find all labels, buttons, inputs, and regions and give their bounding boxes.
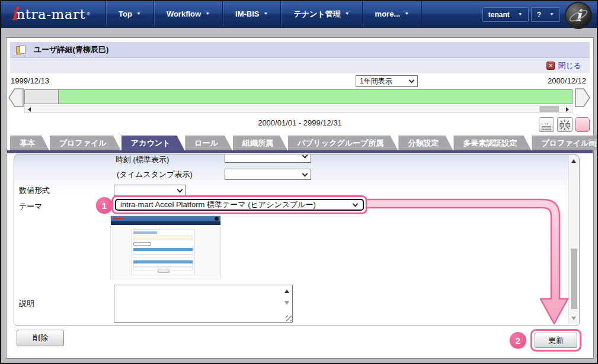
thumb-logo bbox=[113, 218, 123, 220]
arrows-lr-icon: ↔ bbox=[543, 120, 550, 125]
chevron-down-icon: ▼ bbox=[345, 12, 350, 16]
number-format-select[interactable] bbox=[114, 185, 186, 196]
thumb-form bbox=[131, 229, 195, 275]
account-form-panel: 時刻 (標準表示) (タイムスタンプ表示) 数値形式 テーマ 1 intra-m… bbox=[14, 154, 580, 326]
tab-account[interactable]: アカウント bbox=[121, 136, 185, 150]
collapse-range-button[interactable] bbox=[557, 117, 573, 132]
tab-role[interactable]: ロール bbox=[185, 136, 232, 150]
menu-item-tenant-admin[interactable]: テナント管理▼ bbox=[280, 1, 362, 27]
scroll-right-icon[interactable] bbox=[566, 107, 569, 112]
scroll-down-icon[interactable] bbox=[571, 317, 576, 320]
resize-grip-icon[interactable] bbox=[286, 315, 292, 321]
chevron-down-icon: ▼ bbox=[549, 12, 554, 17]
tenant-dropdown-button[interactable]: tenant▼ bbox=[482, 7, 529, 22]
close-bar: ✕ 閉じる bbox=[10, 58, 590, 73]
content-panel: ユーザ詳細(青柳辰巳) ✕ 閉じる 1999/12/13 1年間表示 2000/… bbox=[6, 37, 594, 359]
theme-select[interactable]: intra-mart Accel Platform 標準テーマ (ヒアシンスブル… bbox=[115, 199, 364, 211]
dropdown-chevron-icon bbox=[353, 201, 359, 207]
timeline-selected-range[interactable] bbox=[58, 90, 572, 104]
menu-item-workflow[interactable]: Workflow▼ bbox=[154, 1, 222, 27]
chevron-down-icon: ▼ bbox=[518, 12, 523, 17]
menu-item-top[interactable]: Top▼ bbox=[105, 1, 154, 27]
update-button-highlight: 更新 bbox=[530, 329, 581, 352]
fit-width-button[interactable]: ↔ bbox=[539, 117, 554, 132]
update-button[interactable]: 更新 bbox=[535, 333, 577, 348]
intra-mart-badge-icon: i bbox=[565, 2, 592, 29]
timestamp-label: (タイムスタンプ表示) bbox=[117, 169, 193, 180]
annotation-step2-badge: 2 bbox=[510, 332, 526, 349]
chevron-down-icon: ▼ bbox=[136, 12, 141, 16]
page-titlebar: ユーザ詳細(青柳辰巳) bbox=[10, 42, 590, 58]
dropdown-chevron-icon bbox=[302, 170, 308, 176]
description-label: 説明 bbox=[19, 298, 34, 309]
tab-basic[interactable]: 基本 bbox=[10, 136, 49, 150]
scroll-up-icon[interactable] bbox=[571, 159, 576, 163]
tab-underline bbox=[7, 150, 593, 153]
intra-mart-logo: intra-mart® bbox=[1, 1, 105, 27]
fit-bar-icon bbox=[542, 126, 551, 130]
thumb-button bbox=[158, 269, 170, 273]
annotation-step1-badge: 1 bbox=[96, 197, 113, 214]
thumb-badge bbox=[215, 217, 219, 221]
menu-item-im-bis[interactable]: IM-BIS▼ bbox=[222, 1, 280, 27]
timeline-prev-arrow[interactable] bbox=[8, 88, 24, 107]
dropdown-chevron-icon bbox=[302, 154, 308, 159]
range-period-select[interactable]: 1年間表示 bbox=[356, 75, 418, 87]
theme-label: テーマ bbox=[19, 201, 43, 212]
timeline-next-arrow[interactable] bbox=[575, 88, 590, 107]
scroll-up-icon[interactable] bbox=[284, 289, 289, 293]
tab-profile-image[interactable]: プロファイル画像 bbox=[532, 136, 598, 150]
chevron-down-icon: ▼ bbox=[264, 12, 268, 16]
dropdown-chevron-icon bbox=[409, 78, 415, 83]
highlight-period-button[interactable] bbox=[575, 117, 590, 132]
timeline-track bbox=[24, 89, 573, 104]
thumb-header bbox=[111, 216, 220, 221]
chevron-down-icon: ▼ bbox=[404, 12, 409, 16]
delete-button[interactable]: 削除 bbox=[17, 330, 64, 346]
theme-select-highlight: intra-mart Accel Platform 標準テーマ (ヒアシンスブル… bbox=[111, 195, 367, 214]
help-dropdown-button[interactable]: ?▼ bbox=[531, 7, 560, 22]
timeline-start-date: 1999/12/13 bbox=[11, 76, 49, 85]
timestamp-select[interactable] bbox=[225, 169, 311, 180]
tab-organization[interactable]: 組織所属 bbox=[233, 136, 287, 150]
tab-bar: 基本 プロファイル アカウント ロール 組織所属 パブリックグループ所属 分類設… bbox=[10, 136, 590, 150]
main-menu: Top▼ Workflow▼ IM-BIS▼ テナント管理▼ more...▼ bbox=[105, 1, 422, 27]
timeline-scrollbar bbox=[24, 105, 573, 113]
document-icon bbox=[16, 45, 26, 55]
dropdown-chevron-icon bbox=[177, 186, 183, 192]
tab-category-settings[interactable]: 分類設定 bbox=[398, 136, 453, 150]
tab-public-group[interactable]: パブリックグループ所属 bbox=[288, 136, 398, 150]
close-button[interactable]: ✕ 閉じる bbox=[546, 60, 581, 71]
navbar-right-cluster: tenant▼ ?▼ bbox=[482, 7, 560, 22]
time-standard-label: 時刻 (標準表示) bbox=[116, 154, 169, 165]
collapse-icon bbox=[559, 120, 570, 130]
page-title: ユーザ詳細(青柳辰巳) bbox=[34, 44, 108, 55]
thumb-subheader bbox=[111, 221, 220, 225]
close-x-icon: ✕ bbox=[546, 62, 555, 70]
chevron-down-icon: ▼ bbox=[205, 12, 210, 16]
scroll-down-icon[interactable] bbox=[284, 301, 289, 305]
theme-preview-thumbnail bbox=[111, 216, 220, 279]
tab-profile[interactable]: プロファイル bbox=[50, 136, 121, 150]
browser-window: intra-mart® Top▼ Workflow▼ IM-BIS▼ テナント管… bbox=[0, 0, 598, 364]
form-scroll-thumb[interactable] bbox=[571, 249, 577, 309]
tab-mfa-settings[interactable]: 多要素認証設定 bbox=[453, 136, 531, 150]
description-textarea[interactable] bbox=[114, 285, 293, 323]
top-navbar: intra-mart® Top▼ Workflow▼ IM-BIS▼ テナント管… bbox=[1, 1, 597, 28]
time-standard-select[interactable] bbox=[225, 154, 311, 163]
menu-item-more[interactable]: more...▼ bbox=[362, 1, 422, 27]
timeline-end-date: 2000/12/12 bbox=[548, 76, 586, 85]
scroll-left-icon[interactable] bbox=[28, 107, 31, 112]
number-format-label: 数値形式 bbox=[19, 185, 50, 196]
period-range-text: 2000/01/01 - 2999/12/31 bbox=[7, 118, 593, 127]
form-panel-scrollbar bbox=[568, 155, 578, 324]
timeline-scroll-thumb[interactable] bbox=[539, 106, 559, 112]
